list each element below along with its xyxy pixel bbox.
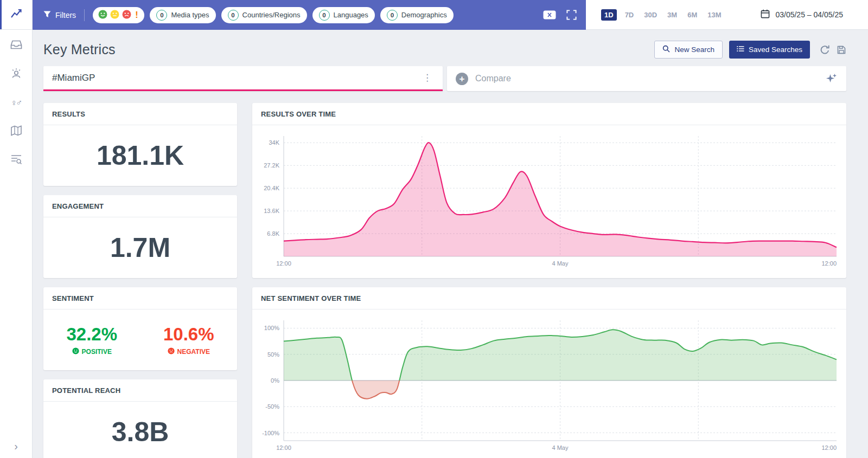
svg-text:12:00: 12:00 (821, 444, 837, 451)
saved-searches-button[interactable]: Saved Searches (729, 41, 810, 59)
net-sentiment-card: NET SENTIMENT OVER TIME 100%50%0%-50%-10… (252, 287, 846, 458)
media-types-label: Media types (171, 11, 209, 19)
engagement-card: ENGAGEMENT 1.7M (43, 195, 237, 278)
refresh-icon[interactable] (820, 44, 830, 55)
ai-sparkle-icon[interactable] (825, 72, 838, 85)
countries-regions-pill[interactable]: 0 Countries/Regions (221, 7, 307, 23)
svg-text:4 May: 4 May (552, 260, 569, 267)
page-header: Key Metrics New Search Saved Searches (33, 30, 868, 66)
potential-reach-card-title: POTENTIAL REACH (43, 379, 237, 402)
negative-value: 10.6% (163, 324, 214, 345)
sidebar-item-channels[interactable] (9, 38, 24, 53)
positive-sentiment: 32.2% POSITIVE (43, 324, 141, 356)
svg-text:6.8K: 6.8K (267, 230, 279, 237)
time-range-3m[interactable]: 3M (665, 9, 679, 21)
svg-text:27.2K: 27.2K (264, 162, 279, 169)
svg-text:0%: 0% (271, 377, 279, 384)
list-search-icon (10, 153, 22, 167)
main-content: Key Metrics New Search Saved Searches (33, 30, 868, 458)
negative-label-row: NEGATIVE (168, 347, 210, 356)
neutral-face-icon (110, 10, 119, 21)
sidebar: ♀♂ › (0, 0, 33, 458)
search-row: #MiamiGP ⋮ + Compare (33, 66, 868, 91)
svg-text:12:00: 12:00 (821, 260, 837, 267)
sidebar-item-world-map[interactable] (9, 125, 24, 139)
sidebar-item-conversation-clusters[interactable] (9, 153, 24, 167)
sidebar-item-analytics[interactable] (0, 0, 32, 30)
topbar: Filters ! 0 Media (33, 0, 868, 30)
positive-value: 32.2% (66, 324, 117, 345)
positive-face-icon (98, 10, 107, 21)
filters-label: Filters (55, 11, 76, 20)
positive-smiley-icon (72, 347, 79, 356)
clear-filters-icon[interactable] (543, 10, 556, 20)
svg-text:34K: 34K (269, 139, 279, 146)
net-sentiment-chart[interactable]: 100%50%0%-50%-100%12:004 May12:00 (252, 309, 846, 458)
divider (84, 9, 85, 21)
languages-pill[interactable]: 0 Languages (312, 7, 375, 23)
media-types-count: 0 (156, 10, 167, 21)
analytics-chart-icon (10, 7, 23, 22)
svg-text:13.6K: 13.6K (264, 208, 279, 214)
engagement-card-title: ENGAGEMENT (43, 195, 237, 217)
header-actions: New Search Saved Searches (654, 41, 846, 59)
app-root: ♀♂ › (0, 0, 868, 458)
negative-sentiment: 10.6% NEGATIVE (141, 324, 238, 356)
languages-label: Languages (334, 11, 368, 19)
list-icon (737, 46, 744, 54)
chevron-right-icon: › (14, 440, 18, 452)
time-range-13m[interactable]: 13M (705, 9, 723, 21)
time-range-bar: 1D 7D 30D 3M 6M 13M 03/05/25 – 04/05/25 (586, 0, 868, 30)
time-range-6m[interactable]: 6M (685, 9, 699, 21)
results-over-time-title: RESULTS OVER TIME (252, 103, 846, 125)
kebab-menu-icon[interactable]: ⋮ (420, 72, 434, 83)
chart-cards-column: RESULTS OVER TIME 6.8K13.6K20.4K27.2K34K… (252, 103, 846, 458)
filter-funnel-icon (43, 11, 51, 20)
svg-text:20.4K: 20.4K (264, 185, 279, 191)
inbox-icon (10, 39, 22, 53)
results-card: RESULTS 181.1K (43, 103, 237, 186)
add-compare-icon: + (456, 73, 468, 85)
sentiment-card: SENTIMENT 32.2% POSITIVE (43, 287, 237, 370)
new-search-button[interactable]: New Search (654, 41, 723, 59)
sidebar-expand-button[interactable]: › (0, 437, 32, 458)
sentiment-filter-pill[interactable]: ! (93, 7, 144, 23)
date-range-text: 03/05/25 – 04/05/25 (775, 10, 843, 19)
results-over-time-card: RESULTS OVER TIME 6.8K13.6K20.4K27.2K34K… (252, 103, 846, 278)
positive-label: POSITIVE (82, 348, 112, 356)
save-icon[interactable] (837, 45, 846, 55)
gender-icon: ♀♂ (11, 98, 22, 108)
filters-button[interactable]: Filters (43, 11, 76, 20)
time-range-7d[interactable]: 7D (623, 9, 636, 21)
compare-placeholder: Compare (475, 74, 511, 83)
media-types-pill[interactable]: 0 Media types (150, 7, 215, 23)
sidebar-item-demographics[interactable]: ♀♂ (9, 96, 24, 110)
search-query-text: #MiamiGP (52, 73, 95, 83)
svg-text:12:00: 12:00 (276, 260, 291, 267)
negative-frown-icon (168, 347, 175, 356)
page-title: Key Metrics (43, 42, 116, 57)
demographics-count: 0 (387, 10, 398, 21)
fullscreen-icon[interactable] (566, 9, 577, 21)
date-range-picker[interactable]: 03/05/25 – 04/05/25 (761, 9, 843, 21)
potential-reach-value: 3.8B (43, 402, 237, 458)
countries-label: Countries/Regions (242, 11, 301, 19)
sidebar-item-influencers[interactable] (9, 67, 24, 81)
search-query-box[interactable]: #MiamiGP ⋮ (43, 66, 443, 91)
compare-box[interactable]: + Compare (447, 66, 846, 91)
svg-text:12:00: 12:00 (276, 444, 291, 451)
svg-text:100%: 100% (264, 325, 279, 331)
alert-exclamation-icon: ! (134, 11, 139, 20)
demographics-label: Demographics (401, 11, 447, 19)
time-range-1d[interactable]: 1D (601, 9, 617, 21)
results-over-time-chart[interactable]: 6.8K13.6K20.4K27.2K34K12:004 May12:00 (252, 125, 846, 278)
time-range-group: 1D 7D 30D 3M 6M 13M (601, 9, 724, 21)
sentiment-values: 32.2% POSITIVE 10.6% (43, 309, 237, 370)
calendar-icon (761, 9, 770, 21)
metric-cards-column: RESULTS 181.1K ENGAGEMENT 1.7M SENTIMENT… (43, 103, 237, 458)
languages-count: 0 (319, 10, 330, 21)
sentiment-card-title: SENTIMENT (43, 287, 237, 309)
time-range-30d[interactable]: 30D (642, 9, 659, 21)
demographics-pill[interactable]: 0 Demographics (380, 7, 454, 23)
engagement-value: 1.7M (43, 217, 237, 278)
